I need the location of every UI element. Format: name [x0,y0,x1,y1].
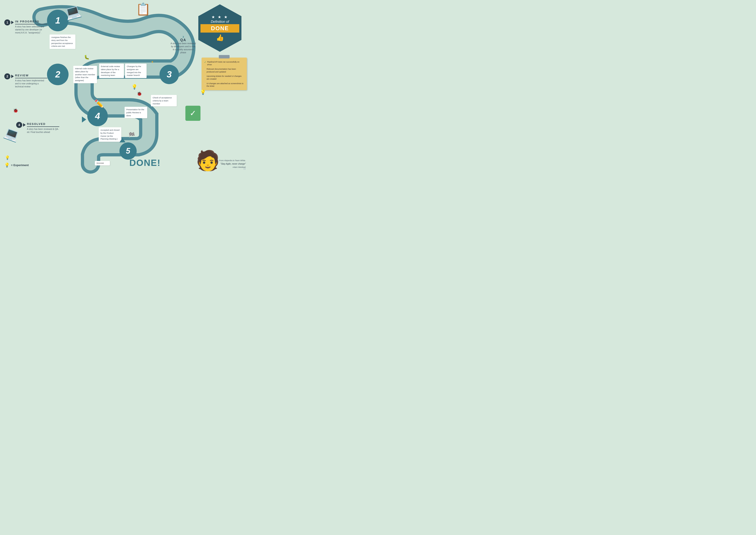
step-note-4a: Presentation for the public Review is do… [124,107,147,118]
status-arrow-4 [23,123,26,127]
checklist-item-3: ○ Upcoming tickets for needed UI changes… [204,75,244,80]
checklist-item-4: ○ UI changes are attached as screenshots… [204,82,244,88]
badge-stars: ★ ★ ★ [211,15,228,19]
step-note-1: Assignee finishes the story and from his… [50,35,75,49]
badge-done-text: DONE [201,25,239,32]
bulb-icon-2: 💡 [131,84,137,90]
legend-text: = Experiment [11,163,29,167]
checklist-clipboard: ✓ Pipeline/API tests ran successfully on… [202,55,247,90]
status-in-progress: 1 IN PROGRESS A story has been selected … [4,19,47,34]
step-note-2c: Changes by the assignee are merged into … [125,64,147,78]
person-figure: 🧑 [196,149,220,172]
pencils-icon: ✏️ [94,99,104,108]
qa-title: QA [170,38,196,42]
arrow-step4 [82,117,86,123]
status-review: 2 REVIEW A story has been implemented an… [4,73,47,88]
step-note-2b: External code review takes place by the … [99,64,124,78]
status-desc-2: A story has been implemented and is now … [15,78,47,88]
quote-marks-icon: " [219,169,246,172]
qa-number: 3 [170,36,196,38]
status-number-2: 2 [4,73,10,79]
status-title-1: IN PROGRESS [15,20,47,23]
arrow-step5-up [120,138,125,142]
step-circle-4: 4 [87,106,108,126]
attribution-from: From Alejandra to Team White. [219,159,246,162]
clipboard-icon: 📋 [136,2,151,16]
bulb-icon-3: 💡 [200,90,206,95]
status-arrow-2 [11,75,14,78]
step-note-4b: Check of acceptance criteria by a team m… [151,95,177,106]
status-title-2: REVIEW [15,74,47,77]
checklist-item-1: ✓ Pipeline/API tests ran successfully on… [204,61,244,66]
bug-icon-2: 🐞 [137,91,142,96]
attribution-quote: "Stay Agile, never change" [219,162,246,166]
status-arrow-1 [11,21,14,24]
step-circle-2: 2 [47,64,68,85]
status-number-4: 4 [16,122,22,128]
badge-definition-text: Definition of [211,20,229,24]
step-note-2a: Internal code review takes place by anot… [73,66,97,83]
checklist-item-2: ○ Relevant documentation has been produc… [204,68,244,73]
readme-note: README [95,161,110,165]
qa-desc: A story has been reviewed by developers … [170,42,196,54]
status-resolved: 4 RESOLVED A story has been reviewed & Q… [16,122,59,134]
bug-icon-1: 🐛 [84,55,90,60]
status-title-4: RESOLVED [27,122,59,126]
status-desc-4: A story has been reviewed & QA-ed. Final… [27,127,59,134]
step-circle-5: 5 [120,142,137,160]
bulb-icon-bottom: 💡 [5,155,10,160]
status-desc-1: A story has been selected and started by… [15,24,47,34]
sparkle-icon: ✦ [151,60,154,64]
thumbs-up-icon: 👍 [216,34,224,42]
green-check-box: ✓ [185,106,201,121]
bulb-icon: 💡 [4,162,10,168]
attribution-block: From Alejandra to Team White. "Stay Agil… [219,159,246,172]
step-circle-3: 3 [159,65,179,84]
attribution-author: Adam Weisbart [219,166,246,169]
step-note-5: Accepted and closed by the Product Owner… [99,127,122,142]
flag-icon: 🏁 [128,132,135,138]
experiment-legend: 💡 = Experiment [4,162,29,168]
ladybug-icon: 🐞 [13,108,18,113]
definition-of-done-badge: ★ ★ ★ Definition of DONE 👍 [198,4,246,52]
done-label: DONE! [129,158,161,168]
status-qa: 3 QA A story has been reviewed by develo… [170,36,196,54]
status-number-1: 1 [4,19,10,25]
